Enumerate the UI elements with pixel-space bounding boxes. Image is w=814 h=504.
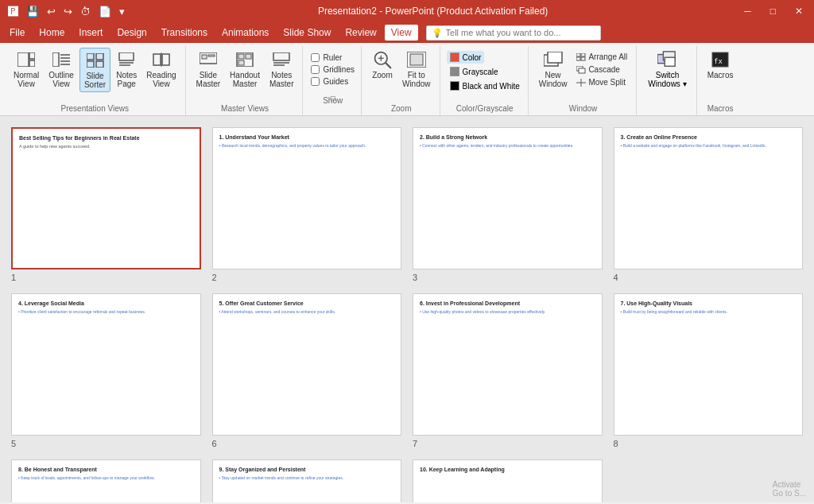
handout-master-icon <box>235 50 254 69</box>
svg-rect-22 <box>238 54 244 59</box>
slide-container-5: 4. Leverage Social Media• Prioritize cli… <box>11 293 201 448</box>
fit-window-button[interactable]: Fit to Window <box>398 48 435 91</box>
slide-container-11: 10. Keep Learning and Adapting11 <box>413 459 603 502</box>
ribbon-group-zoom: Zoom Fit to Window Zoom <box>363 46 440 115</box>
gridlines-checkbox-label[interactable]: Gridlines <box>309 64 355 75</box>
slide-thumb-2[interactable]: 1. Understand Your Market• Research loca… <box>212 127 402 269</box>
timer-icon[interactable]: ⏱ <box>79 4 92 19</box>
guides-checkbox-label[interactable]: Guides <box>309 76 350 87</box>
outline-view-button[interactable]: Outline View <box>45 48 78 91</box>
slide-title-5: 4. Leverage Social Media <box>18 300 194 306</box>
new-window-button[interactable]: New Window <box>535 48 572 91</box>
move-split-button[interactable]: Move Split <box>572 76 631 88</box>
svg-rect-12 <box>119 52 134 60</box>
zoom-items: Zoom Fit to Window <box>368 48 435 104</box>
slide-thumb-6[interactable]: 5. Offer Great Customer Service• Attend … <box>212 293 402 436</box>
slide-body-4: • Build a website and engage on platform… <box>621 143 797 149</box>
slide-thumb-4[interactable]: 3. Create an Online Presence• Build a we… <box>614 127 804 269</box>
svg-rect-16 <box>162 54 169 65</box>
notes-page-label2: Page <box>118 79 136 88</box>
svg-rect-8 <box>87 53 94 60</box>
menu-view[interactable]: View <box>385 25 418 41</box>
slide-container-2: 1. Understand Your Market• Research loca… <box>212 127 402 282</box>
guides-checkbox[interactable] <box>311 77 320 86</box>
color-label: Color <box>463 53 482 62</box>
slide-number-3: 3 <box>413 273 417 282</box>
slide-thumb-9[interactable]: 8. Be Honest and Transparent• Keep track… <box>11 459 201 502</box>
notes-page-button[interactable]: Notes Page <box>112 48 141 91</box>
slide-title-10: 9. Stay Organized and Persistent <box>219 467 395 472</box>
black-white-swatch <box>450 81 459 91</box>
outline-view-icon <box>52 50 71 69</box>
ruler-checkbox-label[interactable]: Ruler <box>309 52 343 63</box>
slide-thumb-1[interactable]: Best Selling Tips for Beginners in Real … <box>11 127 201 269</box>
file-icon[interactable]: 📄 <box>97 4 113 19</box>
svg-rect-33 <box>410 54 423 65</box>
menu-animations[interactable]: Animations <box>215 25 275 41</box>
slide-sorter-button[interactable]: Slide Sorter <box>79 48 110 92</box>
menu-file[interactable]: File <box>3 25 31 41</box>
search-bar[interactable]: 💡 <box>426 25 601 41</box>
maximize-button[interactable]: □ <box>766 4 781 18</box>
slide-sorter-label: Slide <box>86 72 103 80</box>
zoom-button[interactable]: Zoom <box>368 48 397 82</box>
normal-view-button[interactable]: Normal View <box>10 48 43 91</box>
fit-window-label2: Window <box>402 79 431 88</box>
svg-rect-23 <box>246 54 251 59</box>
reading-view-button[interactable]: Reading View <box>142 48 180 91</box>
menu-slideshow[interactable]: Slide Show <box>277 25 337 41</box>
svg-text:fx: fx <box>714 57 723 65</box>
slide-title-3: 2. Build a Strong Network <box>420 134 595 140</box>
slide-thumb-7[interactable]: 6. Invest in Professional Development• U… <box>413 293 603 436</box>
close-button[interactable]: ✕ <box>790 4 808 18</box>
handout-master-button[interactable]: Handout Master <box>226 48 264 91</box>
macros-label: Macros <box>707 71 734 79</box>
save-icon[interactable]: 💾 <box>25 4 41 19</box>
arrange-all-button[interactable]: Arrange All <box>572 51 631 63</box>
svg-rect-24 <box>238 60 244 65</box>
undo-icon[interactable]: ↩ <box>45 4 57 19</box>
dropdown-icon[interactable]: ▾ <box>118 4 126 19</box>
svg-rect-36 <box>576 53 580 56</box>
ruler-checkbox[interactable] <box>311 53 320 62</box>
gridlines-checkbox[interactable] <box>311 65 320 74</box>
slide-container-6: 5. Offer Great Customer Service• Attend … <box>212 293 402 448</box>
svg-line-29 <box>386 63 390 68</box>
slide-thumb-5[interactable]: 4. Leverage Social Media• Prioritize cli… <box>11 293 201 436</box>
svg-rect-0 <box>17 52 29 67</box>
redo-icon[interactable]: ↪ <box>62 4 74 19</box>
window-options: Arrange All Cascade Move Split <box>572 48 631 88</box>
ribbon-group-macros: fx Macros Macros <box>699 46 742 115</box>
svg-rect-38 <box>576 57 580 60</box>
slide-thumb-8[interactable]: 7. Use High-Quality Visuals• Build trust… <box>614 293 804 436</box>
grayscale-button[interactable]: Grayscale <box>447 65 502 78</box>
search-input[interactable] <box>446 28 595 37</box>
slide-thumb-10[interactable]: 9. Stay Organized and Persistent• Stay u… <box>212 459 402 502</box>
notes-master-button[interactable]: Notes Master <box>266 48 298 91</box>
menu-design[interactable]: Design <box>110 25 153 41</box>
minimize-button[interactable]: ─ <box>739 4 756 18</box>
svg-rect-37 <box>581 53 585 56</box>
switch-items: Switch Windows ▾ <box>643 48 691 113</box>
normal-view-label: Normal <box>14 71 39 79</box>
slide-container-9: 8. Be Honest and Transparent• Keep track… <box>11 459 201 502</box>
menu-home[interactable]: Home <box>33 25 71 41</box>
show-expand-icon[interactable]: ⊡ <box>330 95 336 103</box>
slide-thumb-3[interactable]: 2. Build a Strong Network• Connect with … <box>413 127 603 269</box>
switch-windows-button[interactable]: Switch Windows ▾ <box>643 48 691 91</box>
slide-master-button[interactable]: Slide Master <box>192 48 225 91</box>
cascade-button[interactable]: Cascade <box>572 64 631 76</box>
menu-transitions[interactable]: Transitions <box>155 25 214 41</box>
menu-review[interactable]: Review <box>339 25 382 41</box>
ribbon-group-show: Ruler Gridlines Guides Show ⊡ <box>304 46 361 115</box>
menu-insert[interactable]: Insert <box>72 25 109 41</box>
watermark[interactable]: ActivateGo to S... <box>773 480 806 498</box>
slide-thumb-11[interactable]: 10. Keep Learning and Adapting <box>413 459 603 502</box>
slide-title-8: 7. Use High-Quality Visuals <box>621 300 797 306</box>
arrange-all-label: Arrange All <box>588 52 627 61</box>
macros-button[interactable]: fx Macros <box>704 48 738 82</box>
color-button[interactable]: Color <box>447 51 485 64</box>
window-controls: ─ □ ✕ <box>739 4 808 18</box>
black-white-button[interactable]: Black and White <box>447 79 523 92</box>
slide-title-2: 1. Understand Your Market <box>219 134 395 140</box>
